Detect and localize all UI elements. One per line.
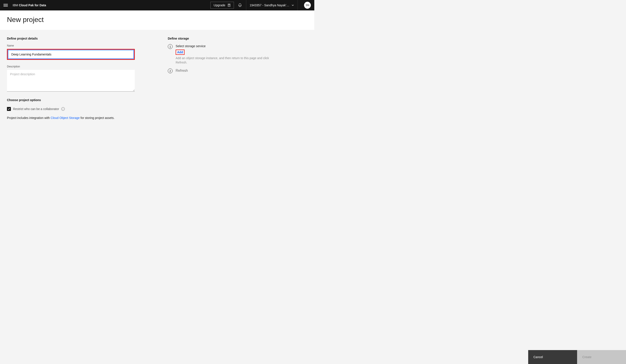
add-storage-link[interactable]: Add (177, 50, 183, 54)
storage-heading: Define storage (168, 37, 307, 40)
step-number-1: 1 (168, 44, 173, 49)
options-heading: Choose project options (7, 98, 135, 102)
description-textarea[interactable] (7, 70, 135, 91)
integration-text: Project includes integration with Cloud … (7, 116, 135, 120)
step-1-title: Select storage service (176, 44, 274, 48)
name-input[interactable] (8, 50, 134, 59)
account-switcher[interactable]: 1943357 - Sandhya Nayak'… (246, 0, 298, 10)
chevron-down-icon (291, 4, 294, 6)
menu-icon[interactable] (3, 3, 8, 7)
account-label: 1943357 - Sandhya Nayak'… (250, 3, 289, 7)
step-1-help: Add an object storage instance, and then… (176, 56, 274, 65)
upgrade-label: Upgrade (214, 3, 225, 7)
step-number-2: 2 (168, 69, 173, 73)
step-2-title: Refresh (176, 69, 188, 73)
app-header: IBM Cloud Pak for Data Upgrade 1943357 -… (0, 0, 314, 10)
info-icon[interactable]: i (61, 107, 65, 111)
upgrade-button[interactable]: Upgrade (210, 2, 234, 9)
storage-step-2: 2 Refresh (168, 69, 307, 74)
upgrade-arrow-icon (228, 4, 231, 7)
restrict-label: Restrict who can be a collaborator (13, 107, 59, 111)
details-heading: Define project details (7, 37, 135, 40)
notification-icon[interactable] (238, 3, 242, 7)
name-input-highlight (7, 49, 135, 60)
description-label: Description (7, 65, 135, 68)
page-title: New project (7, 16, 307, 24)
name-label: Name (7, 44, 135, 47)
restrict-checkbox[interactable] (7, 107, 11, 111)
page-title-area: New project (0, 10, 314, 30)
storage-step-1: 1 Select storage service Add Add an obje… (168, 44, 307, 65)
add-link-highlight: Add (176, 50, 185, 55)
cloud-object-storage-link[interactable]: Cloud Object Storage (51, 116, 80, 120)
brand-label: IBM Cloud Pak for Data (13, 3, 46, 7)
avatar[interactable]: SN (304, 2, 311, 9)
